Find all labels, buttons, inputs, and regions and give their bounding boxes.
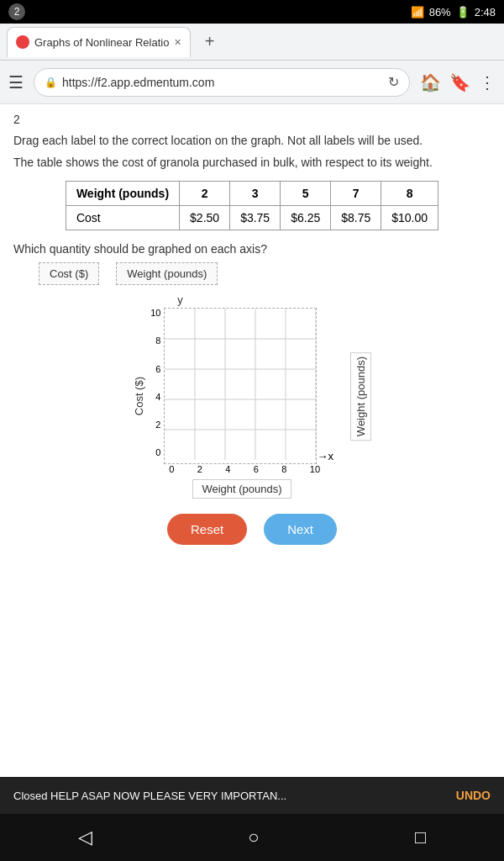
tab-close-button[interactable]: ×: [174, 35, 181, 49]
table-header-8: 8: [381, 182, 438, 206]
table-cost-7: $8.75: [331, 206, 381, 230]
y-tick-2: 2: [155, 420, 160, 430]
bookmark-icon[interactable]: 🔖: [449, 72, 470, 92]
notification-badge: 2: [8, 3, 25, 20]
x-tick-0: 0: [169, 464, 174, 474]
table-cost-3: $3.75: [230, 206, 281, 230]
table-header-7: 7: [331, 182, 381, 206]
x-tick-10: 10: [310, 464, 320, 474]
x-tick-8: 8: [281, 464, 286, 474]
table-cost-8: $10.00: [381, 206, 438, 230]
url-text: https://f2.app.edmentum.com: [62, 76, 383, 89]
battery-icon: 🔋: [456, 6, 470, 18]
bottom-toast: Closed HELP ASAP NOW PLEASE VERY IMPORTA…: [0, 777, 504, 814]
bottom-nav: ◁ ○ □: [0, 814, 504, 861]
tab-title: Graphs of Nonlinear Relatio: [34, 36, 169, 49]
x-axis-label: Weight (pounds): [192, 479, 291, 499]
table-header-5: 5: [281, 182, 331, 206]
label-cost[interactable]: Cost ($): [39, 262, 99, 285]
x-axis-numbers: 0 2 4 6 8 10: [169, 464, 320, 474]
table-header-2: 2: [180, 182, 230, 206]
y-tick-10: 10: [150, 308, 160, 318]
x-tick-2: 2: [197, 464, 202, 474]
new-tab-button[interactable]: +: [197, 29, 223, 55]
x-tick-6: 6: [254, 464, 259, 474]
toast-message: Closed HELP ASAP NOW PLEASE VERY IMPORTA…: [13, 790, 286, 802]
menu-icon[interactable]: ☰: [8, 72, 24, 92]
reset-button[interactable]: Reset: [167, 514, 247, 545]
graph-y-title-top: y: [177, 293, 333, 306]
y-tick-8: 8: [155, 335, 160, 346]
x-arrow: →x: [317, 450, 333, 462]
y-tick-6: 6: [155, 364, 160, 374]
address-input[interactable]: 🔒 https://f2.app.edmentum.com ↻: [34, 68, 410, 97]
home-icon[interactable]: 🏠: [420, 72, 441, 92]
toast-undo-button[interactable]: UNDO: [456, 789, 491, 802]
buttons-row: Reset Next: [13, 514, 491, 545]
home-button[interactable]: ○: [248, 827, 259, 848]
instruction-1: Drag each label to the correct location …: [13, 133, 491, 150]
x-axis-label-container: Weight (pounds): [150, 479, 333, 499]
question-text: Which quantity should be graphed on each…: [13, 242, 491, 256]
y-tick-4: 4: [155, 392, 160, 402]
label-weight[interactable]: Weight (pounds): [116, 262, 218, 285]
table-cost-2: $2.50: [180, 206, 230, 230]
active-tab[interactable]: Graphs of Nonlinear Relatio ×: [7, 27, 191, 57]
table-row-label: Cost: [66, 206, 179, 230]
right-axis-label: Weight (pounds): [350, 352, 371, 441]
back-button[interactable]: ◁: [78, 827, 92, 848]
table-cost-5: $6.25: [281, 206, 331, 230]
page-content: 2 Drag each label to the correct locatio…: [0, 104, 504, 568]
reload-icon[interactable]: ↻: [388, 74, 399, 90]
more-icon[interactable]: ⋮: [479, 72, 496, 92]
drag-labels-area: Cost ($) Weight (pounds): [39, 262, 491, 285]
battery-level: 86%: [429, 6, 451, 18]
tab-favicon: [16, 35, 29, 49]
clock: 2:48: [475, 6, 496, 18]
graph-grid-svg: [165, 309, 316, 460]
status-bar: 2 📶 86% 🔋 2:48: [0, 0, 504, 24]
page-number: 2: [13, 113, 491, 126]
x-tick-4: 4: [225, 464, 230, 474]
graph-container: Cost ($) y 0 2 4 6 8 10: [13, 293, 491, 499]
lock-icon: 🔒: [45, 77, 57, 88]
nav-icons: 🏠 🔖 ⋮: [420, 72, 496, 92]
instruction-2: The table shows the cost of granola purc…: [13, 155, 491, 172]
table-header-label: Weight (pounds): [66, 182, 179, 206]
table-header-3: 3: [230, 182, 281, 206]
address-bar: ☰ 🔒 https://f2.app.edmentum.com ↻ 🏠 🔖 ⋮: [0, 61, 504, 104]
wifi-icon: 📶: [411, 6, 424, 18]
tab-bar: Graphs of Nonlinear Relatio × +: [0, 24, 504, 61]
y-axis-label: Cost ($): [133, 377, 145, 415]
recents-button[interactable]: □: [415, 827, 426, 848]
next-button[interactable]: Next: [264, 514, 337, 545]
data-table: Weight (pounds) 2 3 5 7 8 Cost $2.50 $3.…: [66, 181, 438, 230]
y-tick-0: 0: [155, 447, 160, 457]
